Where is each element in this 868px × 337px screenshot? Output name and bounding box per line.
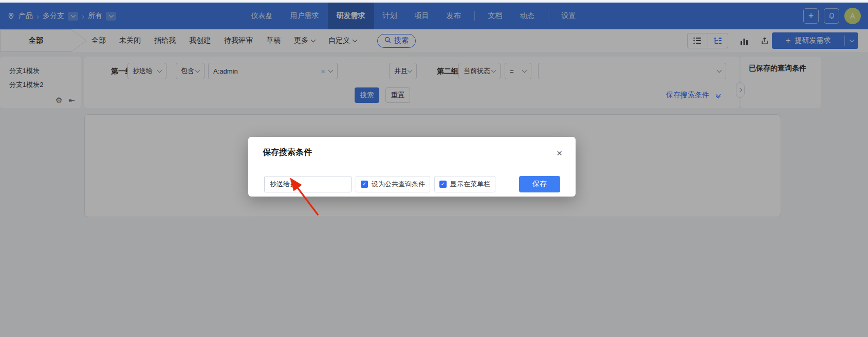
public-query-checkbox[interactable]: ✓ 设为公共查询条件 — [356, 176, 430, 192]
checkbox-checked-icon: ✓ — [361, 181, 368, 188]
query-name-input[interactable] — [264, 176, 352, 192]
modal-title: 保存搜索条件 — [263, 147, 312, 158]
checkbox-checked-icon: ✓ — [439, 181, 447, 188]
app: 产品 › 多分支 › 所有 仪表盘 用户需求 研发需求 计划 项目 发布 文档 … — [0, 0, 868, 337]
close-icon[interactable]: × — [557, 148, 562, 158]
modal-save-button[interactable]: 保存 — [519, 176, 560, 192]
show-in-menu-checkbox[interactable]: ✓ 显示在菜单栏 — [434, 176, 495, 192]
modal-form-row: ✓ 设为公共查询条件 ✓ 显示在菜单栏 保存 — [264, 176, 560, 192]
save-search-modal: 保存搜索条件 × ✓ 设为公共查询条件 ✓ 显示在菜单栏 保存 — [248, 137, 576, 197]
